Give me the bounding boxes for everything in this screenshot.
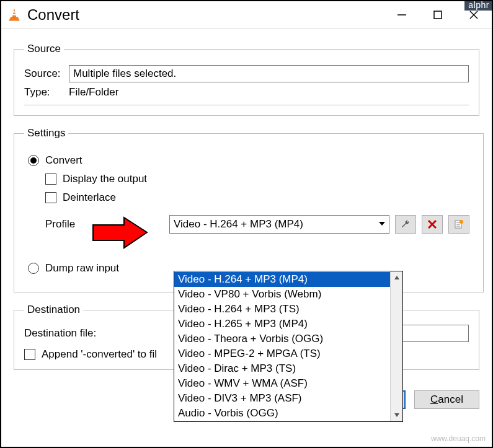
watermark: www.deuaq.com <box>431 434 486 443</box>
radio-icon <box>28 155 39 166</box>
new-doc-icon <box>454 219 464 229</box>
delete-profile-button[interactable] <box>422 215 443 234</box>
profile-option[interactable]: Video - MPEG-2 + MPGA (TS) <box>174 346 390 361</box>
profile-option[interactable]: Video - H.264 + MP3 (MP4) <box>174 272 390 287</box>
chevron-down-icon <box>379 222 385 226</box>
svg-point-12 <box>460 220 463 224</box>
edit-profile-button[interactable] <box>395 215 416 234</box>
profile-option[interactable]: Video - DIV3 + MP3 (ASF) <box>174 391 390 406</box>
dump-raw-label: Dump raw input <box>45 262 119 275</box>
checkbox-icon <box>24 349 35 360</box>
wrench-icon <box>401 219 411 229</box>
svg-rect-3 <box>434 11 442 19</box>
source-label: Source: <box>24 68 68 80</box>
maximize-button[interactable] <box>420 1 456 29</box>
titlebar: Convert <box>1 1 492 29</box>
destination-file-label: Destination file: <box>24 327 108 340</box>
type-value: File/Folder <box>69 86 118 99</box>
deinterlace-label: Deinterlace <box>63 191 116 204</box>
profile-option[interactable]: Audio - Vorbis (OGG) <box>174 406 390 421</box>
display-output-label: Display the output <box>63 173 147 185</box>
destination-legend: Destination <box>24 304 83 316</box>
profile-option[interactable]: Video - H.265 + MP3 (MP4) <box>174 317 390 332</box>
profile-selected-value: Video - H.264 + MP3 (MP4) <box>174 218 303 231</box>
profile-combobox[interactable]: Video - H.264 + MP3 (MP4) <box>169 215 389 234</box>
source-divider <box>24 105 469 105</box>
profile-option[interactable]: Video - H.264 + MP3 (TS) <box>174 302 390 317</box>
source-legend: Source <box>24 43 64 55</box>
type-label: Type: <box>24 86 68 99</box>
convert-label: Convert <box>45 154 82 167</box>
window-title: Convert <box>27 6 384 24</box>
profile-dropdown[interactable]: Video - H.264 + MP3 (MP4)Video - VP80 + … <box>174 271 403 422</box>
scroll-up-icon[interactable] <box>391 271 402 284</box>
dropdown-scrollbar[interactable] <box>390 271 402 421</box>
settings-group: Settings Convert Display the output Dein… <box>14 127 484 292</box>
scroll-down-icon[interactable] <box>391 409 402 421</box>
cancel-button[interactable]: Cancel <box>414 390 479 409</box>
settings-legend: Settings <box>24 127 68 139</box>
display-output-checkbox[interactable]: Display the output <box>45 173 469 185</box>
alphr-badge: alphr <box>464 0 493 11</box>
checkbox-icon <box>45 173 56 185</box>
profile-option[interactable]: Video - Theora + Vorbis (OGG) <box>174 332 390 346</box>
x-red-icon <box>428 220 437 229</box>
new-profile-button[interactable] <box>448 215 469 234</box>
minimize-icon <box>397 10 407 20</box>
profile-option[interactable]: Video - WMV + WMA (ASF) <box>174 376 390 391</box>
append-converted-label: Append '-converted' to fil <box>42 348 157 361</box>
deinterlace-checkbox[interactable]: Deinterlace <box>45 191 469 204</box>
maximize-icon <box>433 11 442 19</box>
svg-rect-1 <box>12 14 16 15</box>
convert-radio[interactable]: Convert <box>28 154 469 167</box>
minimize-button[interactable] <box>384 1 420 29</box>
radio-icon <box>28 263 39 274</box>
source-group: Source Source: Type: File/Folder <box>14 43 479 116</box>
checkbox-icon <box>45 192 56 203</box>
close-icon <box>469 10 479 20</box>
vlc-icon <box>7 8 21 22</box>
source-input[interactable] <box>69 65 469 82</box>
svg-rect-0 <box>13 12 16 13</box>
profile-label: Profile <box>45 218 95 231</box>
profile-option[interactable]: Video - Dirac + MP3 (TS) <box>174 361 390 376</box>
red-arrow-annotation <box>90 216 149 250</box>
profile-option[interactable]: Video - VP80 + Vorbis (Webm) <box>174 287 390 302</box>
